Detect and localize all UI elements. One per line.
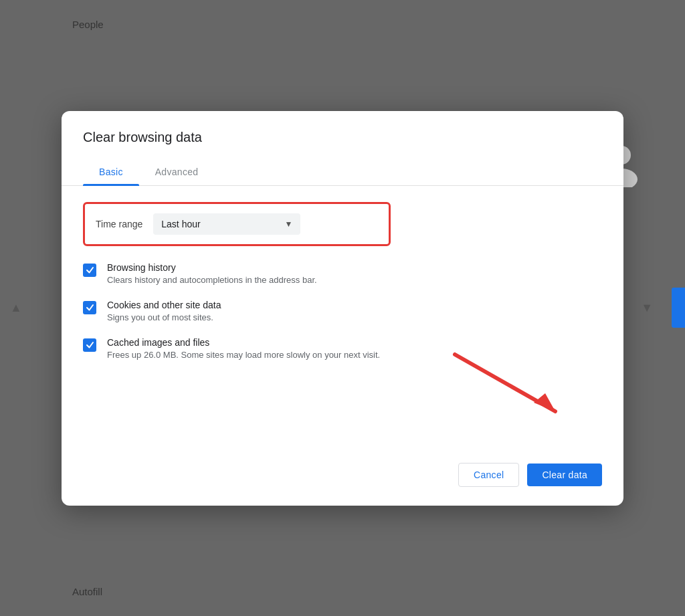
dialog-footer: Cancel Clear data	[62, 457, 623, 490]
tabs-container: Basic Advanced	[62, 159, 623, 186]
dialog-title: Clear browsing data	[62, 130, 623, 159]
annotation-arrow-container	[83, 375, 602, 441]
cookies-desc: Signs you out of most sites.	[107, 312, 221, 322]
browsing-history-title: Browsing history	[107, 262, 317, 273]
cached-images-title: Cached images and files	[107, 337, 380, 348]
cookies-title: Cookies and other site data	[107, 300, 221, 310]
svg-line-2	[455, 354, 555, 411]
browsing-history-desc: Clears history and autocompletions in th…	[107, 275, 317, 285]
scroll-right-icon[interactable]: ▼	[641, 301, 653, 315]
svg-marker-3	[534, 393, 555, 411]
browsing-history-item: Browsing history Clears history and auto…	[83, 262, 602, 285]
time-range-row: Time range Last hour ▼	[83, 202, 391, 246]
time-range-select[interactable]: Last hour ▼	[153, 213, 300, 235]
time-range-value: Last hour	[161, 219, 200, 229]
background-autofill-text: Autofill	[72, 586, 102, 597]
cancel-button[interactable]: Cancel	[458, 463, 519, 487]
time-range-label: Time range	[96, 219, 142, 229]
tab-advanced[interactable]: Advanced	[139, 159, 215, 185]
cookies-checkbox[interactable]	[83, 301, 96, 314]
browsing-history-checkbox[interactable]	[83, 264, 96, 277]
cached-images-item: Cached images and files Frees up 26.0 MB…	[83, 337, 602, 360]
cached-images-desc: Frees up 26.0 MB. Some sites may load mo…	[107, 350, 380, 360]
clear-data-button[interactable]: Clear data	[527, 464, 602, 486]
cached-images-checkbox[interactable]	[83, 338, 96, 352]
cookies-item: Cookies and other site data Signs you ou…	[83, 300, 602, 322]
tab-basic[interactable]: Basic	[83, 159, 139, 185]
background-people-text: People	[72, 19, 104, 30]
clear-browsing-data-dialog: Clear browsing data Basic Advanced Time …	[62, 111, 623, 506]
sidebar-blue-button[interactable]	[672, 288, 685, 328]
dialog-body: Time range Last hour ▼ Browsing history …	[62, 186, 623, 457]
chevron-down-icon: ▼	[284, 219, 292, 229]
scroll-left-icon[interactable]: ▲	[10, 301, 22, 315]
red-arrow-annotation	[435, 348, 582, 428]
